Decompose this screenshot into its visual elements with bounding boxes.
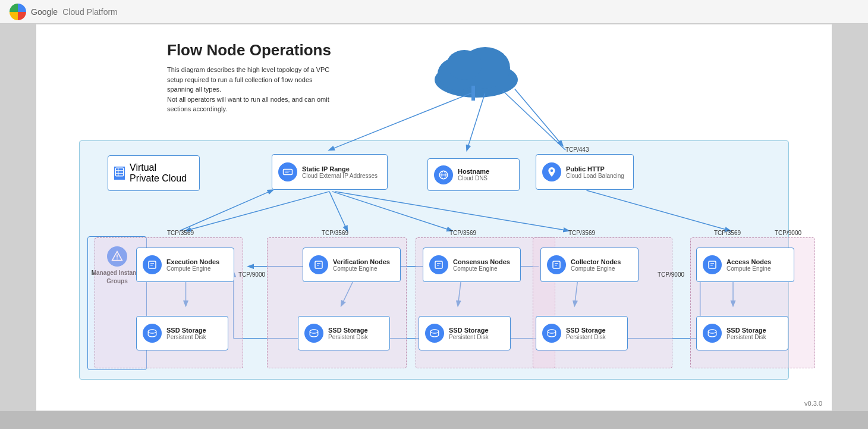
public-http-box: Public HTTP Cloud Load Balancing [536, 154, 634, 190]
platform-name: Cloud Platform [62, 7, 118, 17]
verification-text: Verification Nodes Compute Engine [333, 258, 390, 272]
access-text: Access Nodes Compute Engine [727, 258, 771, 272]
tcp-3569-verif: TCP/3569 [322, 230, 348, 236]
ssd-access-icon [703, 324, 722, 343]
svg-rect-54 [709, 261, 716, 268]
execution-box: Execution Nodes Compute Engine [136, 248, 234, 282]
tcp-9000-coll: TCP/9000 [658, 271, 684, 278]
svg-point-53 [548, 330, 556, 333]
svg-rect-46 [435, 261, 442, 268]
vpc-box: Virtual Private Cloud [108, 155, 200, 191]
tcp-9000-access: TCP/9000 [775, 230, 801, 236]
hostname-box: Hostname Cloud DNS [427, 158, 520, 191]
public-http-icon [542, 162, 561, 181]
svg-point-41 [148, 330, 156, 333]
consensus-icon [429, 255, 448, 274]
svg-point-57 [708, 330, 716, 333]
hostname-text: Hostname Cloud DNS [458, 168, 489, 181]
tcp-9000-exec: TCP/9000 [238, 271, 265, 278]
ssd-coll-box: SSD Storage Persistent Disk [536, 316, 628, 350]
access-icon [703, 255, 722, 274]
ssd-exec-text: SSD Storage Persistent Disk [166, 327, 206, 340]
svg-point-49 [430, 330, 439, 333]
collector-icon [547, 255, 566, 274]
ssd-exec-icon [143, 324, 162, 343]
ssd-coll-icon [542, 324, 561, 343]
vpc-icon [114, 167, 125, 180]
svg-rect-42 [315, 261, 322, 268]
diagram-title: Flow Node Operations [167, 41, 331, 60]
svg-rect-24 [115, 168, 124, 176]
tcp-3569-access: TCP/3569 [714, 230, 741, 236]
version-label: v0.3.0 [804, 400, 822, 407]
svg-rect-50 [553, 261, 560, 268]
top-bar: Google Cloud Platform [0, 0, 868, 24]
collector-text: Collector Nodes Compute Engine [571, 258, 621, 272]
tcp-3569-coll: TCP/3569 [568, 230, 595, 236]
gcp-logo: Google Cloud Platform [10, 4, 118, 20]
tcp-3569-exec: TCP/3569 [167, 230, 194, 236]
ssd-access-box: SSD Storage Persistent Disk [696, 316, 788, 350]
vpc-text: Virtual Private Cloud [130, 162, 187, 184]
ssd-exec-box: SSD Storage Persistent Disk [136, 316, 228, 350]
execution-icon [143, 255, 162, 274]
tcp-3569-cons: TCP/3569 [449, 230, 476, 236]
ssd-verif-icon [304, 324, 323, 343]
ssd-verif-text: SSD Storage Persistent Disk [328, 327, 368, 340]
svg-rect-38 [149, 261, 156, 268]
ssd-coll-text: SSD Storage Persistent Disk [566, 327, 606, 340]
svg-rect-28 [284, 170, 293, 175]
static-ip-text: Static IP Range Cloud External IP Addres… [302, 165, 378, 179]
gcp-logo-icon [10, 4, 26, 20]
ssd-verif-box: SSD Storage Persistent Disk [298, 316, 390, 350]
static-ip-box: Static IP Range Cloud External IP Addres… [272, 154, 388, 190]
consensus-box: Consensus Nodes Compute Engine [423, 248, 521, 282]
hostname-icon [434, 165, 453, 184]
app-name: Google [31, 7, 58, 17]
collector-box: Collector Nodes Compute Engine [540, 248, 639, 282]
ssd-cons-text: SSD Storage Persistent Disk [449, 327, 489, 340]
svg-point-3 [446, 50, 482, 80]
svg-point-34 [551, 170, 553, 173]
ssd-access-text: SSD Storage Persistent Disk [727, 327, 766, 340]
cloud-icon [429, 35, 524, 95]
access-box: Access Nodes Compute Engine [696, 248, 794, 282]
svg-point-45 [310, 330, 318, 333]
diagram-canvas: Flow Node Operations This diagram descri… [36, 24, 832, 411]
tcp-443-label: TCP/443 [565, 146, 589, 153]
execution-text: Execution Nodes Compute Engine [166, 258, 219, 272]
static-ip-icon [278, 162, 297, 181]
verification-box: Verification Nodes Compute Engine [303, 248, 401, 282]
consensus-text: Consensus Nodes Compute Engine [453, 258, 510, 272]
diagram-description: This diagram describes the high level to… [167, 65, 334, 114]
public-http-text: Public HTTP Cloud Load Balancing [566, 165, 624, 179]
ssd-cons-icon [425, 324, 444, 343]
ssd-cons-box: SSD Storage Persistent Disk [419, 316, 511, 350]
verification-icon [309, 255, 328, 274]
bottom-bar [0, 411, 868, 429]
svg-rect-4 [471, 86, 475, 101]
